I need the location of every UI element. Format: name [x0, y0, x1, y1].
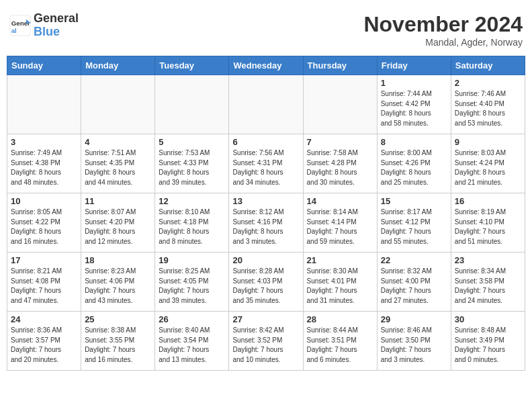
day-number: 1	[381, 78, 447, 88]
logo: Gener al General Blue	[9, 12, 79, 39]
weekday-header: Tuesday	[155, 56, 229, 75]
logo-line1: General	[34, 12, 79, 26]
day-number: 6	[232, 137, 299, 147]
calendar-cell: 18Sunrise: 8:23 AM Sunset: 4:06 PM Dayli…	[81, 253, 155, 312]
day-number: 7	[307, 137, 373, 147]
day-info: Sunrise: 7:56 AM Sunset: 4:31 PM Dayligh…	[232, 148, 299, 187]
calendar-week-row: 3Sunrise: 7:49 AM Sunset: 4:38 PM Daylig…	[7, 134, 525, 193]
day-info: Sunrise: 8:07 AM Sunset: 4:20 PM Dayligh…	[85, 208, 151, 246]
calendar-cell: 9Sunrise: 8:03 AM Sunset: 4:24 PM Daylig…	[451, 134, 525, 193]
day-info: Sunrise: 8:40 AM Sunset: 3:54 PM Dayligh…	[159, 326, 225, 365]
day-number: 4	[85, 137, 151, 147]
day-info: Sunrise: 8:05 AM Sunset: 4:22 PM Dayligh…	[11, 208, 77, 246]
day-number: 19	[159, 255, 225, 265]
calendar-week-row: 1Sunrise: 7:44 AM Sunset: 4:42 PM Daylig…	[7, 75, 525, 134]
day-number: 14	[307, 196, 373, 206]
title-section: November 2024 Mandal, Agder, Norway	[363, 12, 523, 48]
day-info: Sunrise: 8:00 AM Sunset: 4:26 PM Dayligh…	[381, 148, 447, 187]
calendar-cell: 26Sunrise: 8:40 AM Sunset: 3:54 PM Dayli…	[155, 312, 229, 371]
day-number: 22	[381, 255, 447, 265]
calendar-cell: 17Sunrise: 8:21 AM Sunset: 4:08 PM Dayli…	[7, 253, 81, 312]
day-number: 5	[159, 137, 225, 147]
day-info: Sunrise: 7:58 AM Sunset: 4:28 PM Dayligh…	[307, 148, 373, 187]
day-number: 25	[85, 314, 151, 324]
calendar-cell: 29Sunrise: 8:46 AM Sunset: 3:50 PM Dayli…	[377, 312, 451, 371]
day-info: Sunrise: 8:44 AM Sunset: 3:51 PM Dayligh…	[307, 326, 373, 365]
calendar-cell: 2Sunrise: 7:46 AM Sunset: 4:40 PM Daylig…	[451, 75, 525, 134]
calendar-cell: 8Sunrise: 8:00 AM Sunset: 4:26 PM Daylig…	[377, 134, 451, 193]
calendar-cell: 7Sunrise: 7:58 AM Sunset: 4:28 PM Daylig…	[303, 134, 377, 193]
day-info: Sunrise: 8:38 AM Sunset: 3:55 PM Dayligh…	[85, 326, 151, 365]
day-info: Sunrise: 8:34 AM Sunset: 3:58 PM Dayligh…	[455, 267, 521, 306]
calendar-cell: 16Sunrise: 8:19 AM Sunset: 4:10 PM Dayli…	[451, 193, 525, 253]
calendar-cell: 1Sunrise: 7:44 AM Sunset: 4:42 PM Daylig…	[377, 75, 451, 134]
day-info: Sunrise: 8:12 AM Sunset: 4:16 PM Dayligh…	[232, 208, 299, 246]
weekday-header: Thursday	[303, 56, 377, 75]
calendar-cell	[303, 75, 377, 134]
calendar-cell	[229, 75, 303, 134]
day-info: Sunrise: 8:25 AM Sunset: 4:05 PM Dayligh…	[159, 267, 225, 306]
day-number: 24	[11, 314, 77, 324]
calendar-week-row: 24Sunrise: 8:36 AM Sunset: 3:57 PM Dayli…	[7, 312, 525, 371]
day-number: 29	[381, 314, 447, 324]
day-info: Sunrise: 7:51 AM Sunset: 4:35 PM Dayligh…	[85, 148, 151, 187]
day-info: Sunrise: 8:30 AM Sunset: 4:01 PM Dayligh…	[307, 267, 373, 306]
day-number: 13	[232, 196, 299, 206]
calendar-cell	[81, 75, 155, 134]
day-number: 12	[159, 196, 225, 206]
calendar-cell	[155, 75, 229, 134]
weekday-header: Saturday	[451, 56, 525, 75]
calendar-cell: 5Sunrise: 7:53 AM Sunset: 4:33 PM Daylig…	[155, 134, 229, 193]
day-number: 11	[85, 196, 151, 206]
day-number: 26	[159, 314, 225, 324]
day-number: 3	[11, 137, 77, 147]
calendar-cell: 19Sunrise: 8:25 AM Sunset: 4:05 PM Dayli…	[155, 253, 229, 312]
calendar-cell: 22Sunrise: 8:32 AM Sunset: 4:00 PM Dayli…	[377, 253, 451, 312]
location-subtitle: Mandal, Agder, Norway	[363, 37, 523, 48]
day-info: Sunrise: 8:32 AM Sunset: 4:00 PM Dayligh…	[381, 267, 447, 306]
calendar-table: SundayMondayTuesdayWednesdayThursdayFrid…	[7, 56, 525, 371]
calendar-week-row: 17Sunrise: 8:21 AM Sunset: 4:08 PM Dayli…	[7, 253, 525, 312]
calendar-cell: 3Sunrise: 7:49 AM Sunset: 4:38 PM Daylig…	[7, 134, 81, 193]
day-info: Sunrise: 8:14 AM Sunset: 4:14 PM Dayligh…	[307, 208, 373, 246]
page-header: Gener al General Blue November 2024 Mand…	[7, 7, 525, 50]
day-number: 27	[232, 314, 299, 324]
calendar-cell: 11Sunrise: 8:07 AM Sunset: 4:20 PM Dayli…	[81, 193, 155, 253]
calendar-cell: 25Sunrise: 8:38 AM Sunset: 3:55 PM Dayli…	[81, 312, 155, 371]
calendar-cell: 20Sunrise: 8:28 AM Sunset: 4:03 PM Dayli…	[229, 253, 303, 312]
day-info: Sunrise: 7:44 AM Sunset: 4:42 PM Dayligh…	[381, 89, 447, 128]
month-title: November 2024	[363, 12, 523, 37]
weekday-header-row: SundayMondayTuesdayWednesdayThursdayFrid…	[7, 56, 525, 75]
day-info: Sunrise: 8:48 AM Sunset: 3:49 PM Dayligh…	[455, 326, 521, 365]
weekday-header: Sunday	[7, 56, 81, 75]
calendar-cell: 24Sunrise: 8:36 AM Sunset: 3:57 PM Dayli…	[7, 312, 81, 371]
day-number: 17	[11, 255, 77, 265]
calendar-cell	[7, 75, 81, 134]
day-number: 20	[232, 255, 299, 265]
calendar-cell: 28Sunrise: 8:44 AM Sunset: 3:51 PM Dayli…	[303, 312, 377, 371]
day-info: Sunrise: 8:19 AM Sunset: 4:10 PM Dayligh…	[455, 208, 521, 246]
weekday-header: Wednesday	[229, 56, 303, 75]
calendar-cell: 21Sunrise: 8:30 AM Sunset: 4:01 PM Dayli…	[303, 253, 377, 312]
day-info: Sunrise: 7:53 AM Sunset: 4:33 PM Dayligh…	[159, 148, 225, 187]
day-number: 30	[455, 314, 521, 324]
svg-text:al: al	[11, 26, 17, 34]
day-info: Sunrise: 7:49 AM Sunset: 4:38 PM Dayligh…	[11, 148, 77, 187]
day-number: 15	[381, 196, 447, 206]
calendar-cell: 4Sunrise: 7:51 AM Sunset: 4:35 PM Daylig…	[81, 134, 155, 193]
logo-icon: Gener al	[9, 15, 31, 36]
weekday-header: Monday	[81, 56, 155, 75]
day-info: Sunrise: 7:46 AM Sunset: 4:40 PM Dayligh…	[455, 89, 521, 128]
day-number: 23	[455, 255, 521, 265]
calendar-cell: 30Sunrise: 8:48 AM Sunset: 3:49 PM Dayli…	[451, 312, 525, 371]
day-number: 18	[85, 255, 151, 265]
calendar-cell: 10Sunrise: 8:05 AM Sunset: 4:22 PM Dayli…	[7, 193, 81, 253]
weekday-header: Friday	[377, 56, 451, 75]
day-number: 21	[307, 255, 373, 265]
calendar-cell: 27Sunrise: 8:42 AM Sunset: 3:52 PM Dayli…	[229, 312, 303, 371]
day-number: 16	[455, 196, 521, 206]
day-info: Sunrise: 8:21 AM Sunset: 4:08 PM Dayligh…	[11, 267, 77, 306]
calendar-week-row: 10Sunrise: 8:05 AM Sunset: 4:22 PM Dayli…	[7, 193, 525, 253]
day-number: 10	[11, 196, 77, 206]
day-number: 8	[381, 137, 447, 147]
